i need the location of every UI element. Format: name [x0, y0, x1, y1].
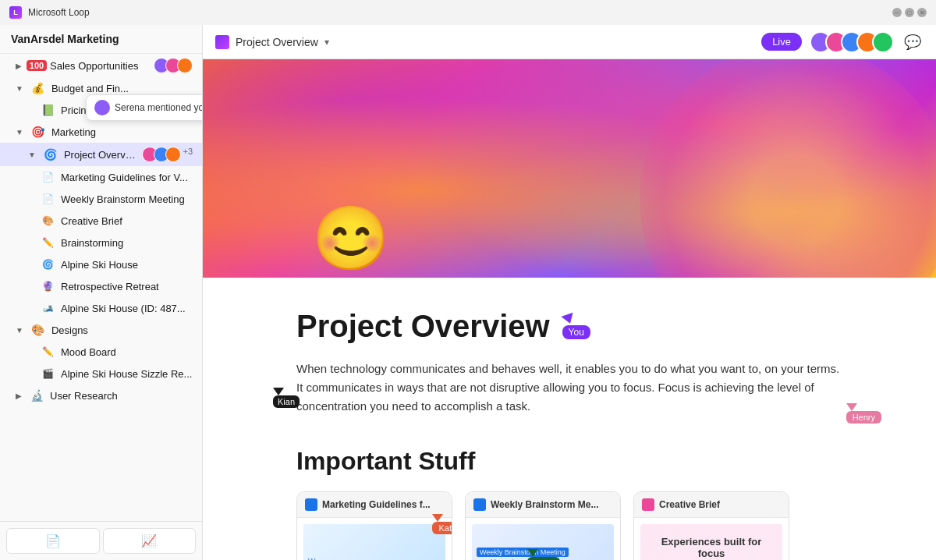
- sidebar-item-label: Weekly Brainstorm Meeting: [61, 193, 193, 205]
- sidebar-item-label: Retrospective Retreat: [61, 281, 193, 292]
- cursor-kian-triangle: [273, 388, 284, 395]
- sidebar-item-weekly[interactable]: 📄 Weekly Brainstorm Meeting: [0, 188, 202, 210]
- cursor-you-label: You: [562, 325, 590, 339]
- cursor-kian-label: Kian: [273, 395, 300, 408]
- chevron-icon: ▶: [16, 392, 22, 400]
- chat-button[interactable]: 💬: [902, 31, 924, 53]
- sidebar-item-project-overview[interactable]: ▼ 🌀 Project Overview +3: [0, 143, 202, 166]
- sidebar-item-budget[interactable]: ▼ 💰 Budget and Fin... Serena mentioned y…: [0, 77, 202, 99]
- page-title: Project Overview: [296, 309, 550, 344]
- breadcrumb: Project Overview: [236, 36, 318, 48]
- cursor-henry-triangle: [846, 403, 857, 411]
- breadcrumb-dropdown-icon[interactable]: ▾: [324, 37, 329, 48]
- brainstorm-icon: ✏️: [41, 236, 55, 250]
- doc-icon: 📄: [41, 170, 55, 184]
- sidebar-item-label: Mood Board: [61, 346, 193, 358]
- sidebar-item-label: Alpine Ski House: [61, 259, 193, 271]
- cursor-lydia-label: Lydia: [527, 557, 560, 560]
- mood-icon: ✏️: [41, 345, 55, 359]
- window-controls[interactable]: ─ □ ✕: [892, 8, 927, 17]
- page-content: Project Overview You Kian When technolog…: [203, 278, 936, 560]
- app-title: Microsoft Loop: [28, 7, 90, 18]
- sales-icon: 100: [30, 58, 44, 73]
- sidebar-item-sizzle[interactable]: 🎬 Alpine Ski House Sizzle Re...: [0, 363, 202, 385]
- app-icon: L: [9, 6, 22, 19]
- sidebar-item-label: Sales Opportunities: [50, 60, 147, 72]
- live-button[interactable]: Live: [761, 33, 802, 51]
- title-bar-left: L Microsoft Loop: [9, 6, 90, 19]
- sidebar-item-retrospective[interactable]: 🔮 Retrospective Retreat: [0, 275, 202, 297]
- card-title: Weekly Brainstorm Me...: [491, 499, 599, 510]
- chevron-icon: ▼: [16, 326, 23, 335]
- alpine-icon: 🌀: [41, 257, 55, 271]
- card-preview-text: Experiences built for focus: [647, 536, 776, 559]
- sidebar-item-moodboard[interactable]: ✏️ Mood Board: [0, 341, 202, 363]
- body-text-section: Kian When technology communicates and be…: [296, 360, 874, 416]
- sidebar-item-label: Budget and Fin...: [51, 83, 193, 94]
- sidebar-item-label: Designs: [51, 324, 193, 336]
- activity-button[interactable]: 📈: [103, 528, 197, 554]
- avatar: [177, 58, 193, 73]
- card-creative[interactable]: Creative Brief Experiences built for foc…: [633, 491, 789, 560]
- hero-image: 😊: [203, 59, 936, 278]
- content-header: Project Overview ▾ Live 💬: [203, 25, 936, 59]
- chevron-icon: ▼: [16, 128, 23, 136]
- card-preview-img: We are: [303, 524, 445, 560]
- sidebar-item-user-research[interactable]: ▶ 🔬 User Research: [0, 385, 202, 406]
- page-button[interactable]: 📄: [6, 528, 100, 554]
- chevron-icon: ▶: [16, 62, 22, 70]
- sidebar-item-marketing[interactable]: ▼ 🎯 Marketing: [0, 121, 202, 143]
- cursor-kian: Kian: [273, 388, 300, 408]
- sidebar-item-label: Marketing: [51, 126, 193, 138]
- card-header: Creative Brief: [634, 492, 789, 518]
- sidebar-item-brainstorming[interactable]: ✏️ Brainstorming: [0, 232, 202, 253]
- body-text: When technology communicates and behaves…: [296, 360, 842, 416]
- breadcrumb-icon: [215, 35, 229, 49]
- card-icon: [473, 498, 486, 511]
- content-area: Project Overview ▾ Live 💬: [203, 25, 936, 560]
- collab-avatar: [872, 31, 894, 53]
- card-title: Creative Brief: [659, 499, 720, 510]
- sidebar-avatars: +3: [142, 147, 193, 162]
- card-body: Experiences built for focus: [634, 518, 789, 560]
- sidebar-item-label: Alpine Ski House (ID: 487...: [61, 303, 193, 314]
- designs-icon: 🎨: [31, 323, 45, 337]
- budget-icon: 💰: [31, 81, 45, 95]
- close-button[interactable]: ✕: [917, 8, 927, 17]
- sidebar-item-label: Marketing Guidelines for V...: [61, 172, 193, 183]
- workspace-title: VanArsdel Marketing: [0, 25, 202, 54]
- section-title: Important Stuff: [296, 447, 874, 476]
- avatar-count: +3: [183, 147, 193, 162]
- video-icon: 🎬: [41, 367, 55, 381]
- sidebar-item-sales[interactable]: ▶ 100 Sales Opportunities: [0, 54, 202, 77]
- cursor-you: You: [562, 314, 590, 339]
- card-weekly[interactable]: Weekly Brainstorm Me... Weekly Brainstor…: [465, 491, 621, 560]
- sidebar-item-alpine[interactable]: 🌀 Alpine Ski House: [0, 253, 202, 275]
- card-header: Weekly Brainstorm Me...: [466, 492, 620, 518]
- card-header: Marketing Guidelines f...: [297, 492, 452, 518]
- sidebar-item-label: Project Overview: [64, 149, 136, 161]
- cursor-kat-triangle: [432, 514, 443, 522]
- sidebar-item-alpine-id[interactable]: 🎿 Alpine Ski House (ID: 487...: [0, 297, 202, 319]
- minimize-button[interactable]: ─: [892, 8, 902, 17]
- ski-icon: 🎿: [41, 301, 55, 315]
- maximize-button[interactable]: □: [905, 8, 914, 17]
- pricing-icon: 📗: [41, 103, 55, 117]
- sidebar-item-mkt-guidelines[interactable]: 📄 Marketing Guidelines for V...: [0, 166, 202, 188]
- card-icon: [305, 498, 317, 511]
- cursor-henry: Henry: [846, 403, 881, 424]
- project-icon: 🌀: [44, 147, 58, 161]
- chevron-icon: ▼: [28, 151, 36, 159]
- sidebar-item-designs[interactable]: ▼ 🎨 Designs: [0, 319, 202, 341]
- header-left: Project Overview ▾: [215, 35, 329, 49]
- title-bar: L Microsoft Loop ─ □ ✕: [0, 0, 936, 25]
- avatar: [165, 147, 181, 162]
- marketing-icon: 🎯: [31, 125, 45, 139]
- sidebar-item-label: Creative Brief: [61, 215, 193, 227]
- collaborator-avatars: [810, 31, 894, 53]
- sidebar-item-creative[interactable]: 🎨 Creative Brief: [0, 210, 202, 232]
- card-marketing[interactable]: Marketing Guidelines f... We are: [296, 491, 452, 560]
- sidebar-avatars: [154, 58, 193, 73]
- title-row: Project Overview You: [296, 309, 874, 344]
- content-scroll[interactable]: 😊 Project Overview You: [203, 59, 936, 560]
